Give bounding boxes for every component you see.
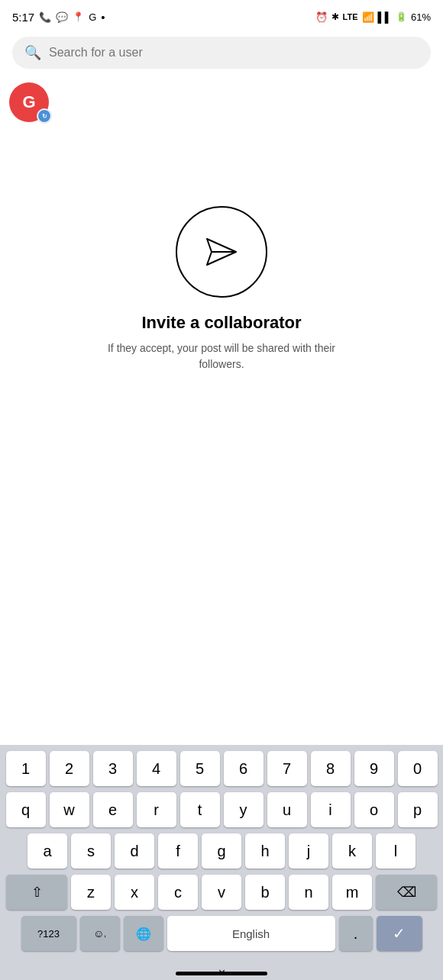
search-bar-container: 🔍 bbox=[0, 31, 443, 75]
period-key[interactable]: . bbox=[339, 916, 373, 951]
key-m[interactable]: m bbox=[332, 875, 372, 910]
bluetooth-icon: ✱ bbox=[331, 11, 339, 22]
lte-icon: LTE bbox=[343, 12, 358, 21]
key-z[interactable]: z bbox=[71, 875, 111, 910]
key-b[interactable]: b bbox=[245, 875, 285, 910]
key-g[interactable]: g bbox=[202, 833, 241, 869]
key-5[interactable]: 5 bbox=[180, 751, 220, 786]
wifi-icon: 📶 bbox=[362, 11, 374, 23]
location-icon: 📍 bbox=[73, 11, 84, 22]
signal-icon: ▌▌ bbox=[378, 11, 392, 23]
send-icon-circle bbox=[176, 206, 267, 298]
shift-key[interactable]: ⇧ bbox=[6, 875, 67, 910]
invite-title: Invite a collaborator bbox=[141, 313, 301, 333]
sync-icon: ↻ bbox=[38, 110, 50, 122]
key-y[interactable]: y bbox=[224, 792, 264, 827]
keyboard-row-3: ⇧ z x c v b n m ⌫ bbox=[3, 875, 440, 910]
status-icons: ⏰ ✱ LTE 📶 ▌▌ 🔋 61% bbox=[315, 11, 431, 23]
keyboard-row-2: a s d f g h j k l bbox=[3, 833, 440, 869]
key-0[interactable]: 0 bbox=[398, 751, 438, 786]
key-t[interactable]: t bbox=[180, 792, 220, 827]
key-2[interactable]: 2 bbox=[50, 751, 89, 786]
key-4[interactable]: 4 bbox=[137, 751, 176, 786]
avatar-letter: G bbox=[22, 92, 35, 112]
alarm-icon: ⏰ bbox=[315, 11, 328, 23]
key-9[interactable]: 9 bbox=[354, 751, 394, 786]
avatar-container: G ↻ bbox=[9, 82, 49, 122]
key-l[interactable]: l bbox=[376, 833, 416, 869]
key-1[interactable]: 1 bbox=[6, 751, 46, 786]
battery-percent: 61% bbox=[411, 11, 431, 23]
spacebar-key[interactable]: English bbox=[167, 916, 335, 951]
avatar: G ↻ bbox=[9, 82, 49, 122]
key-n[interactable]: n bbox=[289, 875, 328, 910]
dot-indicator: • bbox=[101, 11, 105, 24]
whatsapp-icon: 💬 bbox=[56, 11, 68, 23]
search-icon: 🔍 bbox=[24, 44, 41, 61]
key-q[interactable]: q bbox=[6, 792, 46, 827]
status-bar: 5:17 📞 💬 📍 G • ⏰ ✱ LTE 📶 ▌▌ 🔋 61% bbox=[0, 0, 443, 31]
battery-icon: 🔋 bbox=[396, 11, 407, 22]
send-icon bbox=[201, 231, 242, 272]
search-input[interactable] bbox=[49, 46, 419, 60]
home-indicator bbox=[176, 972, 267, 975]
key-3[interactable]: 3 bbox=[93, 751, 133, 786]
key-w[interactable]: w bbox=[50, 792, 89, 827]
keyboard-bottom-row: ?123 ☺, 🌐 English . ✓ bbox=[3, 916, 440, 951]
key-e[interactable]: e bbox=[93, 792, 133, 827]
key-k[interactable]: k bbox=[332, 833, 372, 869]
key-s[interactable]: s bbox=[71, 833, 111, 869]
key-f[interactable]: f bbox=[158, 833, 198, 869]
enter-key[interactable]: ✓ bbox=[377, 916, 422, 951]
keyboard-row-1: q w e r t y u i o p bbox=[3, 792, 440, 827]
key-6[interactable]: 6 bbox=[224, 751, 264, 786]
key-i[interactable]: i bbox=[311, 792, 351, 827]
key-7[interactable]: 7 bbox=[267, 751, 307, 786]
num-sym-key[interactable]: ?123 bbox=[21, 916, 76, 951]
emoji-key[interactable]: ☺, bbox=[80, 916, 120, 951]
globe-key[interactable]: 🌐 bbox=[124, 916, 163, 951]
keyboard-number-row: 1 2 3 4 5 6 7 8 9 0 bbox=[3, 751, 440, 786]
backspace-key[interactable]: ⌫ bbox=[376, 875, 437, 910]
key-x[interactable]: x bbox=[115, 875, 154, 910]
phone-icon: 📞 bbox=[39, 11, 51, 23]
avatar-badge: ↻ bbox=[37, 108, 52, 124]
keyboard[interactable]: 1 2 3 4 5 6 7 8 9 0 q w e r t y u i o p … bbox=[0, 745, 443, 980]
key-u[interactable]: u bbox=[267, 792, 307, 827]
search-bar[interactable]: 🔍 bbox=[12, 37, 431, 69]
keyboard-collapse[interactable]: ⌄ bbox=[3, 957, 440, 980]
key-p[interactable]: p bbox=[398, 792, 438, 827]
key-8[interactable]: 8 bbox=[311, 751, 351, 786]
key-a[interactable]: a bbox=[27, 833, 67, 869]
key-h[interactable]: h bbox=[245, 833, 285, 869]
time-display: 5:17 bbox=[12, 11, 34, 24]
key-d[interactable]: d bbox=[115, 833, 154, 869]
key-c[interactable]: c bbox=[158, 875, 198, 910]
key-o[interactable]: o bbox=[354, 792, 394, 827]
key-j[interactable]: j bbox=[289, 833, 328, 869]
invite-subtitle: If they accept, your post will be shared… bbox=[107, 340, 336, 372]
illustration-area: Invite a collaborator If they accept, yo… bbox=[0, 206, 443, 372]
status-time: 5:17 📞 💬 📍 G • bbox=[12, 11, 105, 24]
google-icon: G bbox=[89, 11, 96, 23]
key-v[interactable]: v bbox=[202, 875, 241, 910]
key-r[interactable]: r bbox=[137, 792, 176, 827]
